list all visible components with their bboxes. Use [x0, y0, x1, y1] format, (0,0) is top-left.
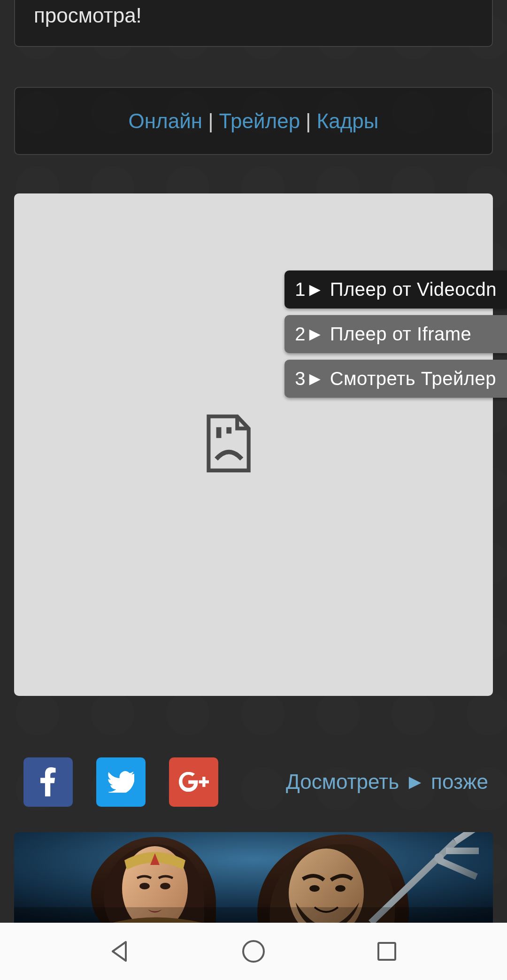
movie-promo-image: [14, 832, 493, 923]
player-source-buttons: 1► Плеер от Videocdn 2► Плеер от Iframe …: [284, 270, 507, 398]
broken-file-icon: [202, 413, 254, 474]
tab-separator: |: [205, 109, 216, 133]
svg-rect-12: [14, 907, 493, 923]
twitter-icon: [108, 771, 134, 793]
svg-point-13: [243, 941, 264, 962]
facebook-icon: [40, 767, 56, 796]
tab-trailer[interactable]: Трейлер: [216, 109, 303, 133]
nav-back-button[interactable]: [107, 938, 133, 965]
nav-recent-button[interactable]: [374, 938, 400, 965]
tab-frames[interactable]: Кадры: [314, 109, 382, 133]
home-circle-icon: [240, 938, 267, 965]
svg-rect-1: [226, 427, 231, 434]
googleplus-share-button[interactable]: [169, 757, 218, 807]
recent-square-icon: [374, 938, 400, 965]
tabs-card: Онлайн | Трейлер | Кадры: [14, 87, 493, 155]
system-nav-bar: [0, 923, 507, 980]
twitter-share-button[interactable]: [96, 757, 146, 807]
description-text-fragment: просмотра!: [34, 0, 473, 27]
svg-point-8: [309, 885, 320, 892]
googleplus-icon: [179, 772, 209, 792]
tab-online[interactable]: Онлайн: [126, 109, 206, 133]
back-triangle-icon: [107, 938, 133, 965]
player-btn-trailer[interactable]: 3► Смотреть Трейлер: [284, 360, 507, 398]
description-card: просмотра!: [14, 0, 493, 47]
video-player-area[interactable]: [14, 193, 493, 696]
svg-point-9: [335, 885, 346, 892]
watch-later-link[interactable]: Досмотреть ► позже: [286, 770, 493, 794]
player-btn-videocdn[interactable]: 1► Плеер от Videocdn: [284, 270, 507, 309]
social-row: Досмотреть ► позже: [23, 756, 493, 808]
svg-point-5: [139, 883, 150, 889]
player-btn-iframe[interactable]: 2► Плеер от Iframe: [284, 315, 507, 353]
tab-separator: |: [303, 109, 314, 133]
social-icons: [23, 757, 218, 807]
svg-rect-0: [216, 427, 222, 438]
svg-point-11: [434, 853, 444, 863]
nav-home-button[interactable]: [240, 938, 267, 965]
movie-promo-panel[interactable]: [14, 832, 493, 923]
svg-point-6: [160, 883, 170, 889]
facebook-share-button[interactable]: [23, 757, 73, 807]
svg-rect-14: [378, 943, 395, 960]
